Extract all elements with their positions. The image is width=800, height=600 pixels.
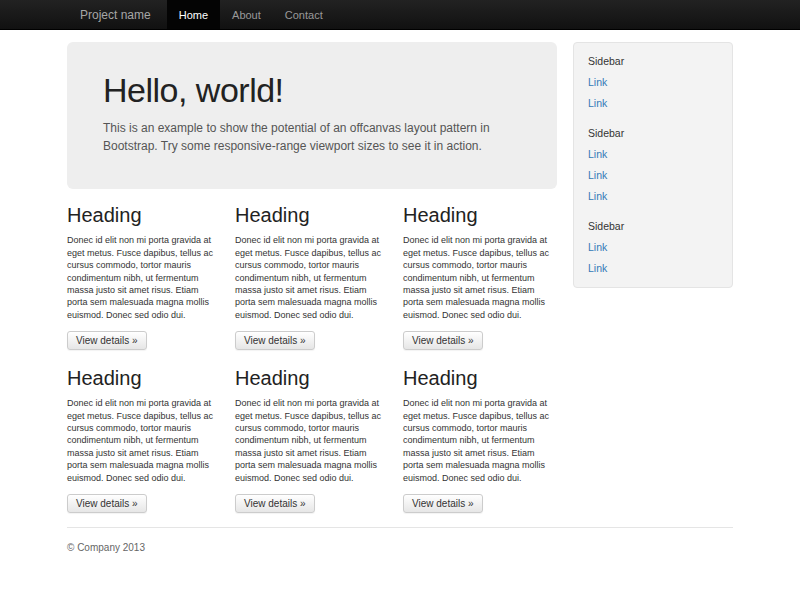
- nav-item-contact: Contact: [273, 0, 335, 29]
- sidebar-group-header: Sidebar: [574, 123, 732, 144]
- card-body: Donec id elit non mi porta gravida at eg…: [403, 234, 557, 321]
- sidebar-link[interactable]: Link: [574, 165, 732, 186]
- sidebar-group-header: Sidebar: [574, 216, 732, 237]
- cards-row-2: Heading Donec id elit non mi porta gravi…: [67, 366, 557, 513]
- card-body: Donec id elit non mi porta gravida at eg…: [235, 397, 389, 484]
- feature-card-1: Heading Donec id elit non mi porta gravi…: [67, 203, 221, 350]
- view-details-button[interactable]: View details »: [403, 331, 483, 350]
- card-heading: Heading: [67, 366, 221, 390]
- nav-link-contact[interactable]: Contact: [273, 0, 335, 29]
- feature-card-2: Heading Donec id elit non mi porta gravi…: [235, 203, 389, 350]
- nav-item-about: About: [220, 0, 273, 29]
- sidebar-link[interactable]: Link: [574, 186, 732, 207]
- view-details-button[interactable]: View details »: [235, 331, 315, 350]
- card-body: Donec id elit non mi porta gravida at eg…: [403, 397, 557, 484]
- jumbotron: Hello, world! This is an example to show…: [67, 42, 557, 189]
- nav-link-about[interactable]: About: [220, 0, 273, 29]
- card-body: Donec id elit non mi porta gravida at eg…: [67, 397, 221, 484]
- view-details-button[interactable]: View details »: [67, 494, 147, 513]
- card-body: Donec id elit non mi porta gravida at eg…: [235, 234, 389, 321]
- sidebar-link[interactable]: Link: [574, 93, 732, 114]
- view-details-button[interactable]: View details »: [235, 494, 315, 513]
- feature-card-6: Heading Donec id elit non mi porta gravi…: [403, 366, 557, 513]
- sidebar-link[interactable]: Link: [574, 258, 732, 279]
- sidebar-group-2: Sidebar Link Link Link: [574, 123, 732, 207]
- navbar-nav: Home About Contact: [167, 0, 335, 29]
- card-body: Donec id elit non mi porta gravida at eg…: [67, 234, 221, 321]
- navbar: Project name Home About Contact: [0, 0, 800, 30]
- sidebar-link[interactable]: Link: [574, 144, 732, 165]
- copyright-text: © Company 2013: [67, 542, 733, 553]
- card-heading: Heading: [403, 203, 557, 227]
- feature-card-4: Heading Donec id elit non mi porta gravi…: [67, 366, 221, 513]
- feature-card-5: Heading Donec id elit non mi porta gravi…: [235, 366, 389, 513]
- navbar-inner: Project name Home About Contact: [67, 0, 733, 29]
- view-details-button[interactable]: View details »: [403, 494, 483, 513]
- page-footer: © Company 2013: [67, 527, 733, 583]
- view-details-button[interactable]: View details »: [67, 331, 147, 350]
- page-container: Hello, world! This is an example to show…: [67, 30, 733, 583]
- card-heading: Heading: [67, 203, 221, 227]
- jumbotron-title: Hello, world!: [103, 72, 533, 109]
- sidebar-group-3: Sidebar Link Link: [574, 216, 732, 279]
- sidebar-group-1: Sidebar Link Link: [574, 51, 732, 114]
- nav-link-home[interactable]: Home: [167, 0, 220, 29]
- cards-row-1: Heading Donec id elit non mi porta gravi…: [67, 203, 557, 350]
- navbar-brand[interactable]: Project name: [67, 0, 167, 29]
- sidebar: Sidebar Link Link Sidebar Link Link Link…: [573, 42, 733, 288]
- main-column: Hello, world! This is an example to show…: [67, 42, 557, 513]
- nav-item-home: Home: [167, 0, 220, 29]
- sidebar-link[interactable]: Link: [574, 72, 732, 93]
- jumbotron-text: This is an example to show the potential…: [103, 119, 533, 155]
- card-heading: Heading: [235, 366, 389, 390]
- card-heading: Heading: [403, 366, 557, 390]
- content-row: Hello, world! This is an example to show…: [67, 42, 733, 513]
- sidebar-group-header: Sidebar: [574, 51, 732, 72]
- card-heading: Heading: [235, 203, 389, 227]
- feature-card-3: Heading Donec id elit non mi porta gravi…: [403, 203, 557, 350]
- sidebar-link[interactable]: Link: [574, 237, 732, 258]
